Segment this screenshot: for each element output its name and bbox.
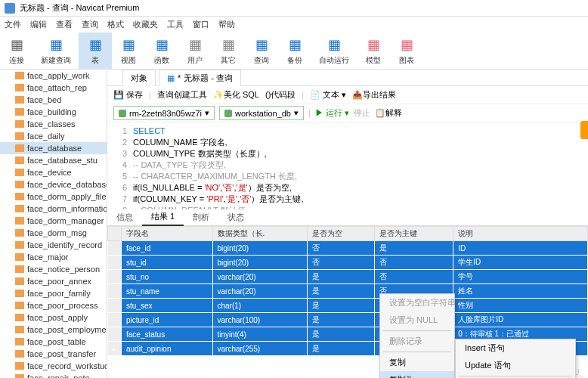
table-icon xyxy=(15,132,24,140)
save-button[interactable]: 💾 保存 xyxy=(113,89,143,101)
table-row[interactable]: stu_idbigint(20)否否学生ID xyxy=(108,256,588,270)
tree-item[interactable]: face_apply_work xyxy=(0,70,107,82)
tree-item[interactable]: face_dorm_manager xyxy=(0,215,107,227)
tool-连接[interactable]: ▦连接 xyxy=(0,33,33,69)
tab-status[interactable]: 状态 xyxy=(218,209,253,225)
builder-button[interactable]: 查询创建工具 xyxy=(157,89,207,101)
tree-item[interactable]: face_dorm_information xyxy=(0,203,107,215)
table-icon xyxy=(15,229,24,237)
context-menu: 设置为空白字符串 设置为 NULL 删除记录 复制 复制为▸ 粘贴 显示▸ xyxy=(379,293,455,378)
table-icon xyxy=(15,265,24,273)
menu-item[interactable]: 工具 xyxy=(167,19,184,30)
sub-update[interactable]: Update 语句 xyxy=(456,357,575,374)
server-select[interactable]: rm-2zetn83n05wz7i ▾ xyxy=(113,106,215,120)
tree-item[interactable]: face_poor_process xyxy=(0,299,107,311)
tree-item[interactable]: face_poor_annex xyxy=(0,275,107,287)
ctx-copy-as[interactable]: 复制为▸ xyxy=(380,371,454,378)
table-icon xyxy=(15,302,24,309)
side-tab[interactable] xyxy=(580,121,588,139)
tab-analyze[interactable]: 剖析 xyxy=(184,209,218,225)
tree-item[interactable]: face_notice_person xyxy=(0,263,107,275)
tree-item[interactable]: face_device_database xyxy=(0,178,107,191)
table-tree[interactable]: face_apply_workface_attach_repface_bedfa… xyxy=(0,70,107,378)
tree-item[interactable]: face_bed xyxy=(0,94,107,106)
beautify-button[interactable]: ✨美化 SQL xyxy=(213,89,259,101)
tool-新建查询[interactable]: ▦新建查询 xyxy=(33,33,79,69)
tool-用户[interactable]: ▦用户 xyxy=(178,33,212,69)
tree-item[interactable]: face_post_table xyxy=(0,336,107,348)
snippet-button[interactable]: ()代码段 xyxy=(265,89,296,101)
tab-query[interactable]: ▦ *无标题 - 查询 xyxy=(159,70,241,86)
ctx-delete[interactable]: 删除记录 xyxy=(380,333,454,350)
tree-item[interactable]: face_attach_rep xyxy=(0,82,107,94)
tree-item[interactable]: face_database_stu xyxy=(0,154,107,166)
menu-item[interactable]: 文件 xyxy=(5,19,21,30)
tab-info[interactable]: 信息 xyxy=(107,209,142,225)
tree-item[interactable]: face_daily xyxy=(0,130,107,142)
table-row[interactable]: stu_namevarchar(20)是否姓名 xyxy=(108,284,588,299)
export-button[interactable]: 📤导出结果 xyxy=(352,89,396,101)
tab-objects[interactable]: 对象 xyxy=(122,70,156,86)
tree-item[interactable]: face_post_apply xyxy=(0,311,107,324)
table-row[interactable]: face_idbigint(20)否是ID xyxy=(108,241,588,256)
sub-insert[interactable]: Insert 语句 xyxy=(456,339,575,357)
editor-tabs: 对象 ▦ *无标题 - 查询 xyxy=(107,70,588,86)
tool-自动运行[interactable]: ▦自动运行 xyxy=(311,33,357,69)
explain-button[interactable]: 📋解释 xyxy=(375,107,402,119)
table-icon xyxy=(15,120,24,128)
stop-button: 停止 xyxy=(354,107,370,119)
tab-result[interactable]: 结果 1 xyxy=(142,209,184,226)
tree-item[interactable]: face_post_employment xyxy=(0,324,107,336)
tree-item[interactable]: face_major xyxy=(0,251,107,263)
tool-模型[interactable]: ▦模型 xyxy=(357,33,390,69)
table-row[interactable]: picture_idvarchar(100)是否人脸库图片ID xyxy=(108,313,588,327)
menu-item[interactable]: 编辑 xyxy=(30,19,47,30)
tool-备份[interactable]: ▦备份 xyxy=(278,33,311,69)
ctx-copy[interactable]: 复制 xyxy=(380,354,454,371)
table-icon xyxy=(15,96,24,104)
table-icon xyxy=(15,350,24,358)
table-row[interactable]: stu_sexchar(1)是否性别 xyxy=(108,299,588,313)
col-header[interactable]: 是否为空 xyxy=(308,227,374,241)
tree-item[interactable]: face_post_transfer xyxy=(0,348,107,360)
text-button[interactable]: 📄 文本 ▾ xyxy=(310,89,346,101)
result-grid[interactable]: 字段名数据类型（长.是否为空是否为主键说明face_idbigint(20)否是… xyxy=(107,226,588,356)
db-select[interactable]: workstation_db ▾ xyxy=(219,106,304,120)
tool-表[interactable]: ▦表 xyxy=(79,33,112,69)
col-header[interactable]: 说明 xyxy=(453,227,588,241)
table-icon xyxy=(15,205,24,212)
col-header[interactable]: 数据类型（长. xyxy=(212,227,308,241)
menu-item[interactable]: 查询 xyxy=(82,19,98,30)
tree-item[interactable]: face_dorm_apply_file xyxy=(0,191,107,203)
tree-item[interactable]: face_database xyxy=(0,142,107,154)
table-icon xyxy=(15,108,24,116)
tool-图表[interactable]: ▦图表 xyxy=(390,33,423,69)
col-header[interactable]: 字段名 xyxy=(122,227,213,241)
menu-item[interactable]: 格式 xyxy=(107,19,124,30)
menu-item[interactable]: 收藏夹 xyxy=(133,19,158,30)
table-icon xyxy=(15,314,24,321)
table-icon xyxy=(15,144,24,152)
app-icon xyxy=(5,3,15,14)
col-header[interactable]: 是否为主键 xyxy=(374,227,453,241)
tree-item[interactable]: face_record_workstudy xyxy=(0,360,107,372)
tool-函数[interactable]: ▦函数 xyxy=(145,33,178,69)
run-button[interactable]: ▶ 运行 ▾ xyxy=(315,107,349,119)
tool-视图[interactable]: ▦视图 xyxy=(112,33,145,69)
tree-item[interactable]: face_classes xyxy=(0,118,107,130)
tree-item[interactable]: face_dorm_msg xyxy=(0,227,107,239)
ctx-set-null[interactable]: 设置为 NULL xyxy=(380,311,454,329)
tool-其它[interactable]: ▦其它 xyxy=(212,33,245,69)
ctx-set-blank[interactable]: 设置为空白字符串 xyxy=(380,294,454,311)
tool-查询[interactable]: ▦查询 xyxy=(245,33,278,69)
tree-item[interactable]: face_building xyxy=(0,106,107,118)
tree-item[interactable]: face_device xyxy=(0,166,107,178)
sql-editor[interactable]: 1SELECT2 COLUMN_NAME 字段名,3 COLUMN_TYPE 数… xyxy=(107,122,588,209)
menu-item[interactable]: 窗口 xyxy=(193,19,209,30)
table-row[interactable]: stu_novarchar(20)是否学号 xyxy=(108,270,588,284)
tree-item[interactable]: face_poor_family xyxy=(0,287,107,299)
tree-item[interactable]: face_identify_record xyxy=(0,239,107,251)
menu-item[interactable]: 帮助 xyxy=(218,19,235,30)
tree-item[interactable]: face_repair_note xyxy=(0,372,107,378)
menu-item[interactable]: 查看 xyxy=(56,19,73,30)
